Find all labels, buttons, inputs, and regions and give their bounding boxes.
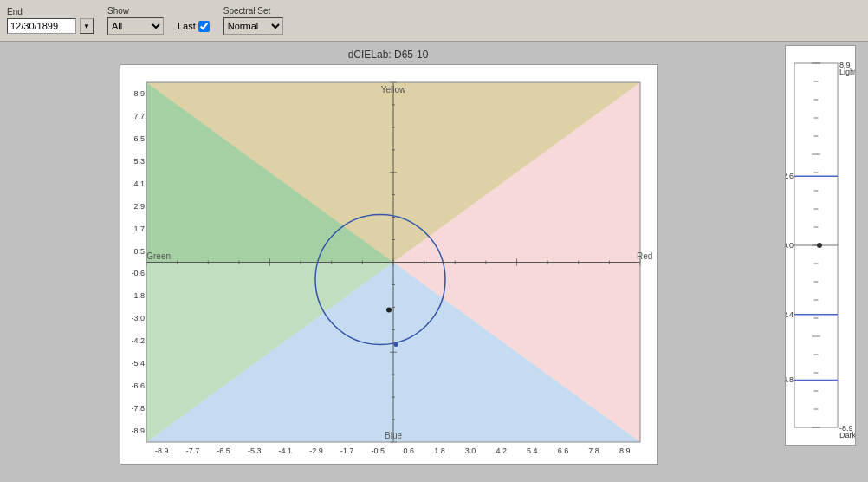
end-date-dropdown-button[interactable]: ▼	[80, 18, 94, 34]
scale-chart-canvas	[785, 45, 856, 446]
last-field-group: Last	[178, 10, 210, 32]
end-date-input[interactable]	[7, 18, 76, 34]
spectral-set-label: Spectral Set	[223, 6, 283, 16]
last-label	[178, 10, 210, 19]
main-content: dCIELab: D65-10	[0, 42, 868, 482]
spectral-set-field-group: Spectral Set Normal Extended Custom	[223, 6, 283, 35]
chart-title: dCIELab: D65-10	[348, 49, 429, 61]
show-select[interactable]: All Selected	[107, 17, 164, 35]
main-chart-canvas[interactable]	[120, 64, 658, 465]
scale-wrapper	[785, 45, 854, 444]
chart-area: dCIELab: D65-10	[0, 42, 773, 482]
show-field-group: Show All Selected	[107, 6, 164, 35]
end-label: End	[7, 7, 94, 16]
spectral-set-select[interactable]: Normal Extended Custom	[223, 17, 283, 35]
last-label-text: Last	[178, 21, 196, 31]
right-panel	[773, 42, 868, 482]
show-label: Show	[107, 6, 164, 16]
toolbar: End ▼ Show All Selected Last Spectral Se…	[0, 0, 868, 42]
end-field-group: End ▼	[7, 7, 94, 34]
last-checkbox[interactable]	[198, 21, 210, 32]
chart-wrapper	[120, 64, 657, 463]
